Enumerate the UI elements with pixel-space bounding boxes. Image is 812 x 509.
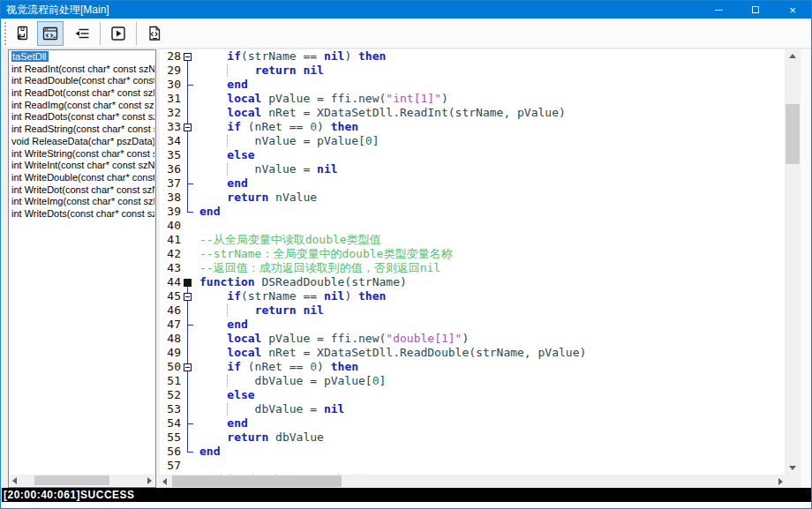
line-number: 40 — [160, 219, 181, 233]
fold-margin — [181, 416, 195, 430]
scroll-left-icon[interactable] — [162, 478, 167, 485]
code-line: 56end — [160, 445, 785, 459]
code-text: dbValue = pValue[0] — [195, 374, 386, 388]
line-number: 57 — [160, 459, 181, 473]
code-lines: 28 if(strName == nil) then29 return nil3… — [160, 49, 785, 488]
line-number: 55 — [160, 430, 181, 445]
list-item[interactable]: int WriteDots(const char* const szName, — [10, 208, 154, 221]
code-line: 29 return nil — [160, 64, 785, 78]
editor-hscroll-thumb[interactable] — [172, 475, 342, 487]
fold-margin[interactable] — [181, 289, 195, 303]
app-window: 视觉流程前处理[Main] × — [0, 0, 812, 509]
code-text: local nRet = XDataSetDll.ReadDouble(strN… — [195, 346, 586, 360]
code-text: local nRet = XDataSetDll.ReadInt(strName… — [195, 106, 566, 120]
bottom-strip — [2, 502, 812, 509]
sidebar-hscrollbar[interactable] — [10, 475, 154, 486]
outline-button[interactable] — [69, 21, 95, 46]
editor-vscrollbar[interactable] — [785, 49, 801, 475]
list-item[interactable]: int ReadDouble(const char* const szName — [10, 75, 154, 87]
line-number: 32 — [160, 106, 181, 120]
close-icon: × — [789, 4, 796, 16]
scroll-down-icon[interactable] — [789, 466, 796, 470]
list-item[interactable]: int WriteDouble(const char* const szNam — [10, 172, 154, 184]
line-number: 42 — [160, 247, 181, 261]
toolbar-gripper — [4, 22, 6, 45]
code-text: local pValue = ffi.new("double[1]") — [195, 332, 469, 346]
line-number: 35 — [160, 148, 181, 162]
code-line: 52 else — [160, 388, 785, 402]
list-item[interactable]: taSetDll — [10, 51, 154, 64]
fold-margin[interactable] — [181, 49, 195, 64]
line-number: 47 — [160, 318, 181, 332]
scroll-left-icon[interactable] — [12, 477, 17, 484]
title-bar: 视觉流程前处理[Main] × — [1, 1, 811, 19]
code-text: if (nRet == 0) then — [195, 360, 358, 374]
fold-margin — [181, 176, 195, 191]
fold-margin — [181, 459, 195, 473]
line-number: 52 — [160, 388, 181, 402]
code-text: else — [195, 388, 255, 402]
sidebar-list[interactable]: taSetDllint ReadInt(const char* const sz… — [10, 51, 154, 474]
fold-marker-icon — [184, 363, 192, 371]
code-line: 46 return nil — [160, 303, 785, 318]
list-item[interactable]: int ReadImg(const char* const szName, I — [10, 100, 154, 112]
minimize-button[interactable] — [700, 1, 737, 19]
code-line: 54 end — [160, 416, 785, 430]
scroll-right-icon[interactable] — [147, 477, 152, 484]
editor-vscroll-thumb[interactable] — [786, 104, 800, 164]
fold-marker-icon — [184, 293, 192, 301]
code-line: 51 dbValue = pValue[0] — [160, 374, 785, 388]
code-text: end — [195, 176, 248, 191]
code-window-icon — [41, 25, 59, 42]
line-number: 49 — [160, 346, 181, 360]
line-number: 41 — [160, 233, 181, 247]
list-item[interactable]: int ReadInt(const char* const szName, in… — [10, 64, 154, 76]
line-number: 30 — [160, 78, 181, 92]
run-button[interactable] — [105, 21, 132, 46]
line-number: 36 — [160, 162, 181, 176]
fold-margin — [181, 346, 195, 360]
import-script-button[interactable] — [9, 21, 35, 46]
code-line: 41--从全局变量中读取double类型值 — [160, 233, 785, 247]
code-editor[interactable]: 28 if(strName == nil) then29 return nil3… — [160, 49, 785, 488]
fold-margin[interactable] — [181, 120, 195, 134]
code-text: if(strName == nil) then — [195, 289, 386, 303]
list-item[interactable]: int WriteString(const char* const szName — [10, 148, 154, 161]
code-text: return nil — [195, 303, 324, 318]
list-item[interactable]: int WriteDot(const char* const szName, — [10, 184, 154, 197]
scroll-up-icon[interactable] — [789, 54, 796, 58]
fold-margin — [181, 374, 195, 388]
fold-margin — [181, 430, 195, 445]
list-item[interactable]: int WriteInt(const char* const szName, i — [10, 160, 154, 172]
code-text: --返回值：成功返回读取到的值，否则返回nil — [195, 261, 440, 275]
list-item[interactable]: int ReadString(const char* const szName — [10, 124, 154, 136]
editor-hscrollbar[interactable] — [160, 475, 801, 488]
fold-margin — [181, 388, 195, 402]
code-text: end — [195, 416, 248, 430]
close-button[interactable]: × — [774, 1, 811, 19]
list-item[interactable]: void ReleaseData(char* pszData) — [10, 136, 154, 148]
code-file-button[interactable] — [141, 21, 168, 46]
code-text: nValue = pValue[0] — [195, 134, 380, 148]
code-line: 39end — [160, 205, 785, 219]
code-window-button[interactable] — [37, 21, 64, 46]
fold-margin — [181, 205, 195, 219]
list-item[interactable]: int ReadDots(const char* const szName, — [10, 111, 154, 124]
run-icon — [109, 25, 127, 42]
list-item[interactable]: int WriteImg(const char* const szName, — [10, 196, 154, 208]
code-text: return nValue — [195, 191, 317, 205]
line-number: 31 — [160, 92, 181, 106]
maximize-button[interactable] — [737, 1, 774, 19]
line-number: 56 — [160, 445, 181, 459]
code-line: 43--返回值：成功返回读取到的值，否则返回nil — [160, 261, 785, 275]
fold-margin — [181, 219, 195, 233]
code-line: 35 else — [160, 148, 785, 162]
maximize-icon — [752, 6, 759, 13]
fold-margin[interactable] — [181, 275, 195, 289]
fold-margin[interactable] — [181, 360, 195, 374]
list-item[interactable]: int ReadDot(const char* const szName, d — [10, 87, 154, 100]
fold-margin — [181, 78, 195, 92]
sidebar-hscroll-thumb[interactable] — [34, 475, 109, 485]
line-number: 43 — [160, 261, 181, 275]
scroll-right-icon[interactable] — [778, 478, 783, 485]
